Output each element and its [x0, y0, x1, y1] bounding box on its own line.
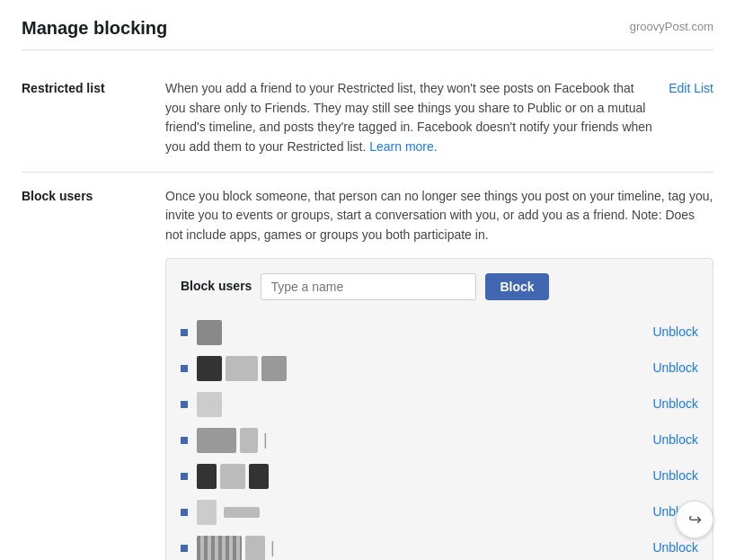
watermark: groovyPost.com [630, 20, 713, 33]
table-row: | Unblock [181, 530, 698, 560]
avatar [226, 356, 258, 381]
unblock-button[interactable]: Unblock [652, 323, 698, 342]
avatar [240, 428, 258, 453]
table-row: Unblock [181, 351, 698, 387]
user-avatar-area [197, 392, 643, 417]
table-row: Unblock [181, 458, 698, 494]
unblock-button[interactable]: Unblock [652, 359, 698, 378]
block-users-description: Once you block someone, that person can … [165, 187, 713, 245]
avatar [197, 320, 222, 345]
separator-bar: | [263, 428, 268, 452]
avatar [197, 500, 217, 525]
restricted-list-content: When you add a friend to your Restricted… [165, 79, 713, 157]
block-input-row: Block users Block [181, 273, 698, 300]
block-users-label: Block users [22, 187, 165, 560]
unblock-button[interactable]: Unblock [652, 538, 698, 557]
block-input-label: Block users [181, 277, 252, 296]
separator-bar: | [270, 536, 275, 560]
restricted-list-desc: When you add a friend to your Restricted… [165, 79, 654, 157]
top-divider [22, 49, 713, 50]
restricted-list-header-row: When you add a friend to your Restricted… [165, 79, 713, 157]
unblock-button[interactable]: Unblock [652, 431, 698, 449]
name-bar [224, 507, 260, 518]
block-users-content: Once you block someone, that person can … [165, 187, 713, 560]
user-avatar-area [197, 320, 643, 345]
unblock-button[interactable]: Unblock [652, 395, 698, 413]
bullet-icon [181, 329, 188, 336]
restricted-list-section: Restricted list When you add a friend to… [22, 65, 713, 173]
user-avatar-area [197, 464, 643, 489]
avatar [249, 464, 269, 489]
bullet-icon [181, 473, 188, 480]
edit-list-link[interactable]: Edit List [669, 79, 713, 98]
avatar [197, 464, 217, 489]
bullet-icon [181, 401, 188, 408]
table-row: Unblock [181, 494, 698, 530]
bullet-icon [181, 437, 188, 444]
restricted-list-label: Restricted list [22, 79, 165, 157]
table-row: Unblock [181, 387, 698, 422]
avatar [220, 464, 245, 489]
block-users-section: Block users Once you block someone, that… [22, 173, 713, 560]
blocked-list: Unblock Unblock [181, 315, 698, 560]
page-container: Manage blocking groovyPost.com Restricte… [0, 0, 735, 560]
unblock-button[interactable]: Unblock [652, 467, 698, 485]
edit-fab-icon: ↪ [688, 510, 702, 529]
user-avatar-area: | [197, 536, 643, 560]
avatar [245, 536, 265, 560]
table-row: Unblock [181, 315, 698, 351]
avatar [197, 428, 236, 453]
bullet-icon [181, 509, 188, 516]
avatar [197, 356, 222, 381]
page-title: Manage blocking [22, 18, 713, 39]
avatar [197, 536, 242, 560]
bullet-icon [181, 545, 188, 552]
block-users-box: Block users Block Unblock [165, 258, 713, 560]
edit-fab-button[interactable]: ↪ [676, 501, 713, 538]
block-button[interactable]: Block [485, 273, 548, 300]
avatar [197, 392, 222, 417]
learn-more-link[interactable]: Learn more. [369, 139, 437, 154]
table-row: | Unblock [181, 422, 698, 458]
avatar [261, 356, 287, 381]
block-name-input[interactable] [261, 273, 476, 300]
user-avatar-area [197, 356, 643, 381]
user-avatar-area [197, 500, 643, 525]
bullet-icon [181, 365, 188, 372]
user-avatar-area: | [197, 428, 643, 453]
